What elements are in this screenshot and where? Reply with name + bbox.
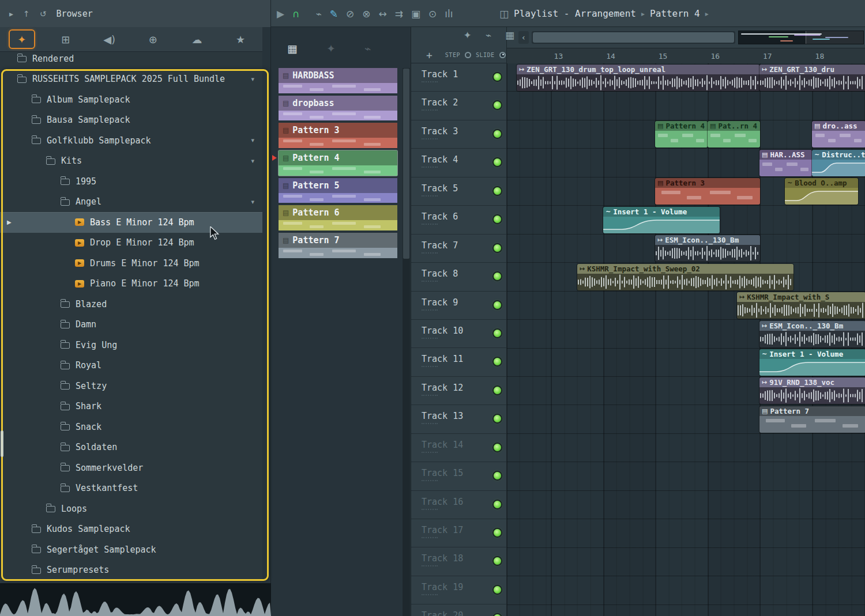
track-header-track-12[interactable]: Track 12 xyxy=(411,377,506,405)
clip-distruc-t[interactable]: ~Distruc..t xyxy=(812,150,865,176)
chevron-down-icon[interactable]: ▾ xyxy=(251,157,254,165)
step-toggle[interactable] xyxy=(465,52,471,58)
parent-folder-icon[interactable]: ↑ xyxy=(23,9,30,18)
clip-kshmr-impact-with-s[interactable]: ↦KSHMR_Impact_with_S xyxy=(737,292,865,319)
track-header-track-16[interactable]: Track 16 xyxy=(411,491,506,519)
files-tab[interactable]: ⊞ xyxy=(52,29,79,49)
magic-wand-icon[interactable]: ✦ xyxy=(326,42,336,55)
tree-item-shark[interactable]: Shark xyxy=(0,396,262,417)
detach-arrow-icon[interactable]: ▶ xyxy=(277,8,284,20)
clip-pattern-4[interactable]: ▤Pattern 4 xyxy=(655,121,708,148)
tree-item-damn[interactable]: Damn xyxy=(0,315,262,335)
track-enable-led[interactable] xyxy=(494,73,501,81)
clip-pattern-7[interactable]: ▤Pattern 7 xyxy=(759,406,865,433)
track-enable-led[interactable] xyxy=(494,244,501,252)
track-header-track-13[interactable]: Track 13 xyxy=(411,405,506,433)
tree-item-blazed[interactable]: Blazed xyxy=(0,294,262,315)
breadcrumb-pattern[interactable]: Pattern 4 xyxy=(650,8,700,19)
breadcrumb-playlist[interactable]: Playlist - Arrangement xyxy=(514,8,636,19)
track-enable-led[interactable] xyxy=(494,187,501,195)
timeline-ruler[interactable]: 131415161718 xyxy=(507,48,865,63)
add-track-button[interactable]: + xyxy=(426,49,432,61)
playlist-minimap[interactable] xyxy=(738,31,864,44)
clip-blood-o-amp[interactable]: ~Blood O..amp xyxy=(785,178,858,205)
clip-zen-grt-130-dru[interactable]: ↦ZEN_GRT_130_dru xyxy=(759,65,865,91)
link-icon[interactable]: ⌁ xyxy=(486,29,491,41)
tree-item-golfklubb-samplepack[interactable]: Golfklubb Samplepack▾ xyxy=(0,130,262,151)
track-enable-led[interactable] xyxy=(494,444,501,451)
zoom-tool-icon[interactable]: ⊙ xyxy=(428,8,437,20)
track-header-track-20[interactable]: Track 20 xyxy=(411,604,506,616)
track-header-track-18[interactable]: Track 18 xyxy=(411,547,506,576)
magic-wand-icon[interactable]: ✦ xyxy=(463,29,471,41)
track-header-track-8[interactable]: Track 8 xyxy=(411,263,506,291)
tree-item-1995[interactable]: 1995 xyxy=(0,171,262,192)
track-header-track-1[interactable]: Track 1 xyxy=(411,63,506,92)
track-enable-led[interactable] xyxy=(494,216,501,223)
pattern-item-hardbass[interactable]: ▤HARDBASS xyxy=(279,68,397,93)
track-header-track-4[interactable]: Track 4 xyxy=(411,149,506,177)
tree-item-snack[interactable]: Snack xyxy=(0,417,262,437)
tree-item-kudos-samplepack[interactable]: Kudos Samplepack xyxy=(0,519,262,540)
clip-zen-grt-130-drum-top-loop-unreal[interactable]: ↦ZEN_GRT_130_drum_top_loop_unreal xyxy=(517,65,759,91)
tree-item-russehits-samplepack-2025-full-bundle[interactable]: RUSSEHITS SAMPLEPACK 2025 Full Bundle▾ xyxy=(0,69,262,90)
favorites-tab[interactable]: ★ xyxy=(227,29,254,49)
tree-item-angel[interactable]: Angel▾ xyxy=(0,192,262,213)
clip-insert-1-volume[interactable]: ~Insert 1 - Volume xyxy=(603,207,720,233)
clip-91v-rnd-138-voc[interactable]: ↦91V_RND_138_voc xyxy=(759,377,865,404)
chevron-down-icon[interactable]: ▾ xyxy=(251,198,254,206)
tree-item-evig-ung[interactable]: Evig Ung xyxy=(0,335,262,356)
preview-tool-icon[interactable]: ılı xyxy=(445,8,453,20)
playlist-hscrollbar[interactable] xyxy=(532,31,735,44)
slip-edit-icon[interactable]: ⌁ xyxy=(316,8,322,20)
pattern-item-pattern-3[interactable]: ▤Pattern 3 xyxy=(279,123,397,148)
track-header-track-17[interactable]: Track 17 xyxy=(411,519,506,547)
tree-item-piano-e-minor-124-bpm[interactable]: ▶Piano E Minor 124 Bpm xyxy=(0,274,262,294)
clip-insert-1-volume[interactable]: ~Insert 1 - Volume xyxy=(759,349,865,376)
track-header-track-5[interactable]: Track 5 xyxy=(411,177,506,206)
pattern-item-pattern-4[interactable]: ▤Pattern 4 xyxy=(279,150,397,176)
stretch-tool-icon[interactable]: ↔ xyxy=(379,8,387,20)
track-enable-led[interactable] xyxy=(494,330,501,337)
track-header-track-7[interactable]: Track 7 xyxy=(411,235,506,263)
chevron-down-icon[interactable]: ▾ xyxy=(251,137,254,144)
expand-arrow-icon[interactable]: ▸ xyxy=(9,9,13,18)
chevron-down-icon[interactable]: ▾ xyxy=(251,75,254,83)
clip-har-ass[interactable]: ▤HAR..ASS xyxy=(759,150,812,176)
plugin-presets-tab[interactable]: ✦ xyxy=(9,29,35,49)
pattern-item-pattern-6[interactable]: ▤Pattern 6 xyxy=(279,205,397,230)
tree-item-seltzy[interactable]: Seltzy xyxy=(0,376,262,396)
clip-esm-icon-130-bm[interactable]: ↦ESM_Icon.._130_Bm xyxy=(655,235,760,262)
track-enable-led[interactable] xyxy=(494,158,501,166)
slice-tool-icon[interactable]: ⇉ xyxy=(395,8,403,20)
track-enable-led[interactable] xyxy=(494,557,501,565)
tree-item-drums-e-minor-124-bpm[interactable]: ▶Drums E Minor 124 Bpm xyxy=(0,253,262,274)
slide-knob[interactable] xyxy=(499,52,506,58)
hscrollbar-handle[interactable] xyxy=(533,32,734,43)
cloud-tab[interactable]: ☁ xyxy=(183,29,210,49)
track-header-track-2[interactable]: Track 2 xyxy=(411,92,506,120)
track-enable-led[interactable] xyxy=(494,130,501,138)
tree-item-bass-e-minor-124-bpm[interactable]: ▶▶Bass E Minor 124 Bpm xyxy=(0,212,262,233)
track-enable-led[interactable] xyxy=(494,472,501,479)
scroll-left-button[interactable]: ‹ xyxy=(518,31,529,44)
snap-magnet-icon[interactable]: ∩ xyxy=(292,8,299,20)
track-enable-led[interactable] xyxy=(494,301,501,309)
tree-item-bausa-samplepack[interactable]: Bausa Samplepack xyxy=(0,110,262,131)
track-header-track-3[interactable]: Track 3 xyxy=(411,120,506,149)
tree-item-soldaten[interactable]: Soldaten xyxy=(0,437,262,458)
track-enable-led[interactable] xyxy=(494,586,501,594)
track-header-track-19[interactable]: Track 19 xyxy=(411,576,506,604)
pattern-item-dropbass[interactable]: ▤dropbass xyxy=(279,96,397,121)
clip-pat-rn-4[interactable]: ▤Pat..rn 4 xyxy=(708,121,760,148)
track-header-track-15[interactable]: Track 15 xyxy=(411,462,506,490)
pattern-scrollbar[interactable] xyxy=(403,68,410,616)
delete-tool-icon[interactable]: ⊘ xyxy=(346,8,354,20)
piano-roll-icon[interactable]: ▦ xyxy=(505,29,514,41)
track-enable-led[interactable] xyxy=(494,101,501,109)
tree-item-kits[interactable]: Kits▾ xyxy=(0,151,262,172)
track-header-track-9[interactable]: Track 9 xyxy=(411,292,506,320)
browser-scrollbar-handle[interactable] xyxy=(1,430,3,457)
online-tab[interactable]: ⊕ xyxy=(140,29,166,49)
clip-pattern-3[interactable]: ▤Pattern 3 xyxy=(655,178,760,205)
